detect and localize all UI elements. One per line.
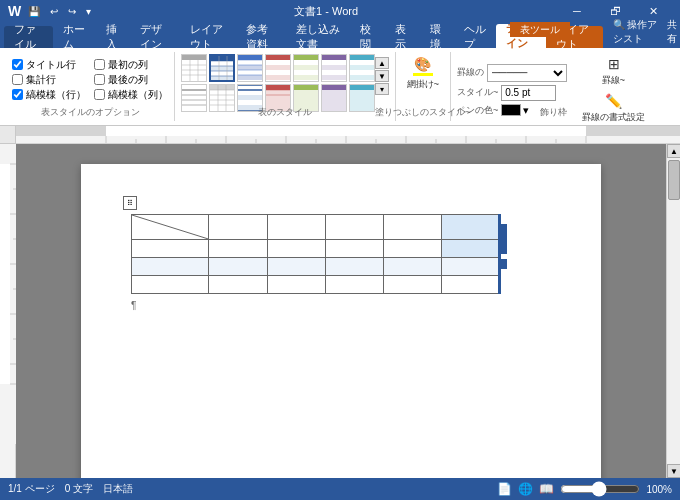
table-cell[interactable] (132, 276, 209, 294)
table-right-handle-2[interactable] (501, 259, 507, 269)
line-weight-label: スタイル~ (457, 86, 498, 99)
band-row-checkbox[interactable] (12, 89, 23, 100)
table-style-5[interactable] (293, 54, 319, 82)
zoom-slider[interactable] (560, 483, 640, 495)
first-col-check[interactable]: 最初の列 (94, 58, 168, 72)
scroll-up-button[interactable]: ▲ (667, 144, 680, 158)
main-area: ⠿ (0, 144, 680, 478)
table-cell[interactable] (325, 258, 383, 276)
borders-button[interactable]: ⊞ 罫線~ (578, 54, 649, 89)
table-style-6[interactable] (321, 54, 347, 82)
line-weight-input[interactable] (501, 85, 556, 101)
tab-view[interactable]: 表示 (385, 26, 420, 48)
tab-design-doc[interactable]: デザイン (130, 26, 179, 48)
style-options-group: タイトル行 集計行 縞模様（行） 最初の列 最後の列 (6, 52, 175, 121)
svg-rect-15 (238, 55, 262, 60)
qa-dropdown-icon[interactable]: ▾ (83, 6, 94, 17)
last-col-check[interactable]: 最後の列 (94, 73, 168, 87)
title-row-checkbox[interactable] (12, 59, 23, 70)
scroll-down-button[interactable]: ▼ (667, 464, 680, 478)
table-cell[interactable] (441, 258, 499, 276)
band-col-checkbox[interactable] (94, 89, 105, 100)
view-print-icon[interactable]: 📄 (497, 482, 512, 496)
table-cell[interactable] (325, 276, 383, 294)
pen-color-button[interactable]: ▾ (501, 104, 529, 117)
table-cell-diag[interactable] (132, 215, 209, 240)
tab-env[interactable]: 環境 (420, 26, 455, 48)
border-format-button[interactable]: ✏️ 罫線の書式設定 (578, 91, 649, 126)
svg-line-94 (132, 215, 208, 239)
scroll-track[interactable] (667, 202, 680, 464)
title-row-check[interactable]: タイトル行 (12, 58, 86, 72)
table-cell[interactable] (267, 240, 325, 258)
table-style-7[interactable] (349, 54, 375, 82)
undo-icon[interactable]: ↩ (47, 6, 61, 17)
table-container: ⠿ (131, 204, 501, 294)
table-cell[interactable] (441, 215, 499, 240)
tab-help[interactable]: ヘルプ (454, 26, 496, 48)
table-cell[interactable] (209, 276, 267, 294)
ts-more-arrow[interactable]: ▾ (375, 83, 389, 95)
table-cell[interactable] (209, 215, 267, 240)
tab-mailings[interactable]: 差し込み文書 (286, 26, 350, 48)
diagonal-line-svg (132, 215, 208, 239)
scroll-thumb[interactable] (668, 160, 680, 200)
table-cell[interactable] (441, 276, 499, 294)
table-cell[interactable] (383, 240, 441, 258)
table-cell[interactable] (267, 215, 325, 240)
table-style-3[interactable] (237, 54, 263, 82)
svg-rect-52 (266, 85, 290, 90)
tab-review[interactable]: 校閲 (350, 26, 385, 48)
svg-rect-34 (182, 85, 206, 111)
table-cell[interactable] (383, 276, 441, 294)
minimize-button[interactable]: ─ (558, 0, 596, 22)
first-col-checkbox[interactable] (94, 59, 105, 70)
table-style-2[interactable] (209, 54, 235, 82)
shading-button[interactable]: 🎨 網掛け~ (403, 54, 443, 93)
ribbon-tab-area: 表ツール ファイル ホーム 挿入 デザイン レイアウト 参考資料 差し込み文書 … (0, 22, 680, 48)
tab-home[interactable]: ホーム (53, 26, 95, 48)
table-style-4[interactable] (265, 54, 291, 82)
tab-file[interactable]: ファイル (4, 26, 53, 48)
paragraph-mark: ¶ (131, 300, 551, 311)
table-cell[interactable] (383, 215, 441, 240)
band-row-check[interactable]: 縞模様（行） (12, 88, 86, 102)
table-cell[interactable] (209, 258, 267, 276)
table-style-1[interactable] (181, 54, 207, 82)
table-cell[interactable] (132, 240, 209, 258)
assist-button[interactable]: 🔍 操作アシスト (613, 18, 661, 46)
table-cell[interactable] (325, 240, 383, 258)
table-cell[interactable] (267, 258, 325, 276)
table-style-14[interactable] (349, 84, 375, 112)
table-cell[interactable] (267, 276, 325, 294)
table-move-handle[interactable]: ⠿ (123, 196, 137, 210)
language: 日本語 (103, 482, 133, 496)
view-web-icon[interactable]: 🌐 (518, 482, 533, 496)
table-cell[interactable] (132, 258, 209, 276)
table-style-13[interactable] (321, 84, 347, 112)
redo-icon[interactable]: ↪ (65, 6, 79, 17)
total-row-check[interactable]: 集計行 (12, 73, 86, 87)
zoom-level: 100% (646, 484, 672, 495)
pen-color-dropdown[interactable]: ▾ (523, 104, 529, 117)
ts-down-arrow[interactable]: ▼ (375, 70, 389, 82)
tab-layout-doc[interactable]: レイアウト (180, 26, 237, 48)
table-cell[interactable] (383, 258, 441, 276)
ts-up-arrow[interactable]: ▲ (375, 57, 389, 69)
table-right-handle[interactable] (501, 224, 507, 254)
share-button[interactable]: 共有 (667, 18, 680, 46)
table-cell[interactable] (209, 240, 267, 258)
total-row-checkbox[interactable] (12, 74, 23, 85)
tab-insert[interactable]: 挿入 (96, 26, 131, 48)
band-col-check[interactable]: 縞模様（列） (94, 88, 168, 102)
table-cell[interactable] (325, 215, 383, 240)
line-style-select[interactable]: ───── - - - - ······· (487, 64, 567, 82)
last-col-checkbox[interactable] (94, 74, 105, 85)
border-controls: 罫線の ───── - - - - ······· スタイル~ ペンの色~ (457, 64, 570, 131)
table-style-9[interactable] (209, 84, 235, 112)
view-read-icon[interactable]: 📖 (539, 482, 554, 496)
tab-references[interactable]: 参考資料 (236, 26, 285, 48)
save-icon[interactable]: 💾 (25, 6, 43, 17)
table-cell[interactable] (441, 240, 499, 258)
table-style-8[interactable] (181, 84, 207, 112)
